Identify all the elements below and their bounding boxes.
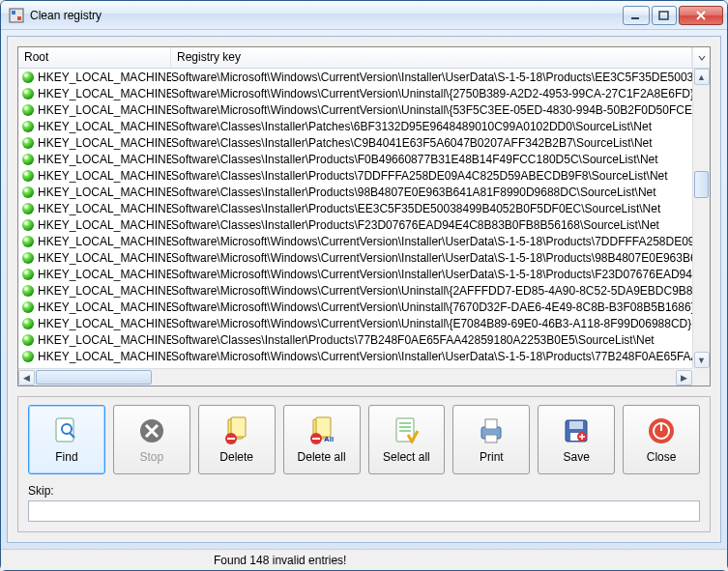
table-row[interactable]: HKEY_LOCAL_MACHINESoftware\Microsoft\Win… (18, 282, 692, 299)
minimize-button[interactable] (623, 6, 650, 25)
cell-root: HKEY_LOCAL_MACHINE (38, 87, 171, 100)
scroll-right-icon[interactable]: ▶ (676, 370, 692, 385)
cell-root: HKEY_LOCAL_MACHINE (38, 103, 171, 117)
scroll-thumb-vertical[interactable] (694, 171, 709, 198)
column-root[interactable]: Root (18, 47, 171, 68)
svg-point-8 (24, 90, 28, 94)
table-row[interactable]: HKEY_LOCAL_MACHINESoftware\Classes\Insta… (18, 167, 692, 184)
find-button[interactable]: Find (28, 405, 105, 474)
select-all-button[interactable]: Select all (368, 405, 446, 474)
cell-key: Software\Microsoft\Windows\CurrentVersio… (171, 87, 692, 100)
svg-point-30 (24, 271, 28, 274)
svg-point-34 (24, 303, 28, 307)
close-window-button[interactable] (679, 6, 723, 25)
table-row[interactable]: HKEY_LOCAL_MACHINESoftware\Microsoft\Win… (18, 299, 692, 315)
registry-list[interactable]: Root Registry key HKEY_LOCAL_MACHINESoft… (17, 46, 711, 386)
svg-rect-4 (659, 12, 668, 19)
status-bullet-icon (21, 186, 35, 199)
maximize-button[interactable] (652, 6, 677, 25)
table-row[interactable]: HKEY_LOCAL_MACHINESoftware\Classes\Insta… (18, 184, 692, 200)
column-key[interactable]: Registry key (171, 47, 692, 68)
table-row[interactable]: HKEY_LOCAL_MACHINESoftware\Classes\Insta… (18, 134, 692, 151)
table-row[interactable]: HKEY_LOCAL_MACHINESoftware\Microsoft\Win… (18, 85, 692, 101)
column-overflow[interactable] (692, 47, 710, 68)
status-bullet-icon (21, 136, 35, 150)
table-row[interactable]: HKEY_LOCAL_MACHINESoftware\Classes\Insta… (18, 151, 692, 167)
svg-point-29 (22, 269, 34, 280)
table-row[interactable]: HKEY_LOCAL_MACHINESoftware\Microsoft\Win… (18, 249, 692, 266)
scroll-down-icon[interactable]: ▼ (694, 352, 710, 368)
svg-point-11 (22, 121, 34, 132)
scroll-thumb-horizontal[interactable] (36, 370, 152, 385)
svg-rect-3 (631, 17, 639, 19)
svg-point-38 (24, 336, 28, 340)
scroll-left-icon[interactable]: ◀ (18, 370, 35, 385)
button-label: Find (55, 450, 77, 464)
stop-icon (136, 415, 167, 446)
button-label: Save (564, 450, 590, 464)
svg-point-15 (22, 154, 34, 165)
cell-root: HKEY_LOCAL_MACHINE (38, 218, 171, 232)
horizontal-scrollbar[interactable]: ◀ ▶ (18, 368, 692, 385)
cell-root: HKEY_LOCAL_MACHINE (38, 120, 171, 133)
button-label: Select all (383, 450, 430, 464)
print-icon (476, 415, 507, 446)
cell-key: Software\Microsoft\Windows\CurrentVersio… (171, 103, 692, 117)
cell-key: Software\Microsoft\Windows\CurrentVersio… (171, 235, 692, 248)
cell-root: HKEY_LOCAL_MACHINE (38, 136, 171, 150)
table-row[interactable]: HKEY_LOCAL_MACHINESoftware\Microsoft\Win… (18, 233, 692, 249)
status-bullet-icon (21, 202, 35, 215)
status-bullet-icon (21, 169, 35, 183)
cell-root: HKEY_LOCAL_MACHINE (38, 300, 171, 314)
svg-point-20 (24, 188, 28, 192)
status-bullet-icon (21, 218, 35, 232)
table-row[interactable]: HKEY_LOCAL_MACHINESoftware\Microsoft\Win… (18, 348, 692, 364)
svg-point-14 (24, 139, 28, 143)
status-bullet-icon (21, 333, 35, 347)
svg-point-22 (24, 205, 28, 209)
delete-button[interactable]: Delete (198, 405, 276, 474)
svg-point-26 (24, 238, 28, 242)
status-bullet-icon (21, 251, 35, 265)
svg-point-18 (24, 172, 28, 176)
cell-key: Software\Classes\Installer\Products\F23D… (171, 218, 692, 232)
status-bar: Found 148 invalid entries! (1, 549, 727, 570)
cell-key: Software\Microsoft\Windows\CurrentVersio… (171, 350, 692, 363)
cell-root: HKEY_LOCAL_MACHINE (38, 350, 171, 363)
table-row[interactable]: HKEY_LOCAL_MACHINESoftware\Classes\Insta… (18, 118, 692, 134)
table-row[interactable]: HKEY_LOCAL_MACHINESoftware\Classes\Insta… (18, 200, 692, 216)
delete-icon (221, 415, 252, 446)
cell-key: Software\Microsoft\Windows\CurrentVersio… (171, 251, 692, 265)
vertical-scrollbar[interactable]: ▲ ▼ (692, 69, 710, 368)
table-row[interactable]: HKEY_LOCAL_MACHINESoftware\Classes\Insta… (18, 331, 692, 348)
scroll-up-icon[interactable]: ▲ (694, 69, 710, 85)
svg-point-21 (22, 203, 34, 214)
cell-key: Software\Classes\Installer\Patches\6BF31… (171, 120, 692, 133)
svg-point-9 (22, 104, 34, 116)
table-row[interactable]: HKEY_LOCAL_MACHINESoftware\Classes\Insta… (18, 216, 692, 233)
stop-button[interactable]: Stop (113, 405, 190, 474)
svg-rect-60 (485, 435, 497, 443)
table-row[interactable]: HKEY_LOCAL_MACHINESoftware\Microsoft\Win… (18, 315, 692, 331)
status-bullet-icon (21, 103, 35, 117)
cell-key: Software\Classes\Installer\Products\7DDF… (171, 169, 692, 183)
table-row[interactable]: HKEY_LOCAL_MACHINESoftware\Microsoft\Win… (18, 266, 692, 282)
svg-point-33 (22, 301, 34, 313)
table-row[interactable]: HKEY_LOCAL_MACHINESoftware\Microsoft\Win… (18, 101, 692, 118)
skip-input[interactable] (28, 500, 700, 522)
svg-point-40 (24, 353, 28, 357)
cell-root: HKEY_LOCAL_MACHINE (38, 251, 171, 265)
table-row[interactable]: HKEY_LOCAL_MACHINESoftware\Microsoft\Win… (18, 69, 692, 85)
svg-text:All: All (324, 435, 334, 443)
button-label: Delete (219, 450, 253, 464)
svg-point-28 (24, 254, 28, 258)
cell-root: HKEY_LOCAL_MACHINE (38, 71, 171, 84)
save-button[interactable]: Save (538, 405, 615, 474)
delete-all-button[interactable]: All Delete all (283, 405, 361, 474)
print-button[interactable]: Print (452, 405, 530, 474)
title-bar[interactable]: Clean registry (1, 1, 727, 30)
close-button[interactable]: Close (623, 405, 700, 474)
svg-rect-2 (17, 16, 21, 20)
status-bullet-icon (21, 120, 35, 133)
svg-rect-67 (660, 424, 662, 431)
